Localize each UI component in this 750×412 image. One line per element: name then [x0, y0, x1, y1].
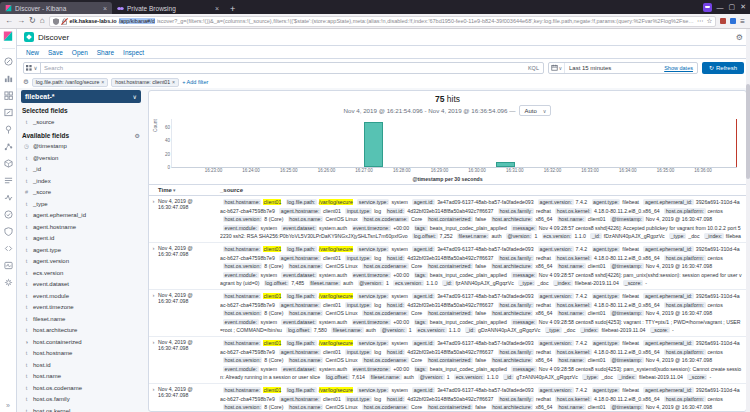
field-item[interactable]: t_type [21, 198, 141, 210]
window-maximize-button[interactable]: ▢ [729, 3, 736, 11]
nav-discover-icon[interactable] [3, 56, 13, 66]
tab-close-icon[interactable]: × [103, 5, 107, 12]
histogram-bar[interactable] [364, 122, 383, 167]
nav-uptime-icon[interactable] [3, 209, 13, 219]
field-name: agent.type [33, 247, 61, 253]
browser-menu-icon[interactable]: ≡ [740, 17, 745, 26]
doc-field-key: log.file.path: [286, 293, 317, 299]
histogram-bar[interactable] [496, 162, 515, 167]
tab-kibana[interactable]: Discover - Kibana × [0, 2, 112, 14]
nav-visualize-icon[interactable] [3, 73, 13, 83]
remove-filter-icon[interactable]: × [101, 79, 104, 85]
index-pattern-selector[interactable]: filebeat-* ∨ [21, 90, 141, 103]
field-item[interactable]: t_index [21, 175, 141, 187]
filter-pill[interactable]: host.hostname: client01× [111, 78, 179, 87]
nav-dev-tools-icon[interactable] [3, 243, 13, 253]
nav-dashboard-icon[interactable] [3, 90, 13, 100]
field-item[interactable]: tevent.dataset [21, 279, 141, 291]
nav-machine-learning-icon[interactable] [3, 141, 13, 151]
scrollbar-thumb[interactable] [746, 84, 750, 179]
page-actions-icon[interactable]: ⋯ [697, 17, 704, 25]
extension-icon[interactable] [720, 18, 726, 24]
field-item[interactable]: tagent.type [21, 244, 141, 256]
histogram-chart[interactable]: Count 020406016:23:0016:24:0016:25:0016:… [155, 118, 740, 182]
page-scrollbar[interactable] [746, 29, 750, 412]
field-item[interactable]: thost.os.family [21, 394, 141, 406]
expand-row-icon[interactable]: › [149, 198, 158, 241]
field-item[interactable]: tfileset.name [21, 313, 141, 325]
add-filter-link[interactable]: + Add filter [182, 79, 208, 85]
interval-select[interactable]: Auto ∨ [519, 105, 551, 116]
nav-logs-icon[interactable] [3, 175, 13, 185]
home-icon[interactable]: ⌂ [40, 17, 45, 25]
field-item[interactable]: tevent.module [21, 290, 141, 302]
window-close-button[interactable]: ✕ [740, 3, 746, 11]
field-item[interactable]: tagent.id [21, 233, 141, 245]
field-item[interactable]: ◷@timestamp [21, 141, 141, 153]
saved-query-menu-button[interactable]: ∨ [24, 63, 41, 73]
field-item[interactable]: t_id [21, 164, 141, 176]
kql-label[interactable]: KQL [528, 65, 543, 71]
back-icon[interactable]: ← [5, 17, 13, 25]
field-item[interactable]: ◑host.containerized [21, 336, 141, 348]
bookmark-star-icon[interactable]: ☆ [707, 17, 713, 25]
tab-private[interactable]: Private Browsing × [112, 2, 224, 14]
field-item[interactable]: t_source [21, 116, 141, 128]
expand-row-icon[interactable]: › [149, 292, 158, 335]
field-item[interactable]: thost.id [21, 359, 141, 371]
doc-field-value: CentOS Linux [325, 310, 357, 316]
search-input[interactable] [41, 65, 528, 71]
insecure-lock-icon[interactable] [61, 18, 68, 25]
nav-canvas-icon[interactable] [3, 107, 13, 117]
menu-share[interactable]: Share [97, 49, 114, 56]
time-column-header[interactable]: Time [158, 187, 220, 193]
time-range-value[interactable]: Last 15 minutes [565, 65, 611, 71]
url-bar[interactable]: elk.hakase-labs.io/app/kibana#/discover?… [49, 16, 717, 27]
filter-pill[interactable]: log.file.path: /var/log/secure× [32, 78, 108, 87]
nav-stack-monitoring-icon[interactable] [3, 260, 13, 270]
expand-row-icon[interactable]: › [149, 245, 158, 288]
menu-inspect[interactable]: Inspect [123, 49, 144, 56]
window-minimize-button[interactable]: — [717, 4, 724, 11]
menu-open[interactable]: Open [72, 49, 88, 56]
field-settings-gear-icon[interactable]: ⚙ [135, 132, 140, 139]
field-item[interactable]: tagent.version [21, 256, 141, 268]
reload-icon[interactable]: ↻ [29, 17, 36, 25]
field-item[interactable]: #_score [21, 187, 141, 199]
doc-field-value: Nov 4, 2019 @ 16:30:47.098 [646, 357, 712, 363]
help-gear-icon[interactable]: ⚙ [736, 33, 743, 42]
doc-field-key: service.type: [357, 293, 389, 299]
nav-management-icon[interactable] [3, 277, 13, 287]
nav-apm-icon[interactable] [3, 192, 13, 202]
new-tab-button[interactable]: + [224, 4, 241, 14]
doc-field-value: redhat [536, 349, 551, 355]
forward-icon[interactable]: → [17, 17, 25, 25]
field-item[interactable]: tagent.hostname [21, 221, 141, 233]
expand-row-icon[interactable]: › [149, 339, 158, 382]
tab-close-icon[interactable]: × [215, 5, 219, 12]
field-item[interactable]: thost.architecture [21, 325, 141, 337]
time-picker[interactable]: ∨ Last 15 minutes Show dates [548, 62, 698, 74]
field-item[interactable]: tecs.version [21, 267, 141, 279]
field-item[interactable]: t@version [21, 152, 141, 164]
expand-row-icon[interactable]: › [149, 386, 158, 412]
menu-new[interactable]: New [26, 49, 39, 56]
tab-title: Discover - Kibana [15, 5, 66, 12]
nav-infrastructure-icon[interactable] [3, 158, 13, 168]
nav-siem-icon[interactable] [3, 226, 13, 236]
shield-icon[interactable] [53, 18, 59, 25]
field-item[interactable]: tagent.ephemeral_id [21, 210, 141, 222]
filter-settings-gear-icon[interactable]: ⚙ [23, 78, 29, 86]
remove-filter-icon[interactable]: × [172, 79, 175, 85]
field-item[interactable]: tevent.timezone [21, 302, 141, 314]
field-item[interactable]: thost.name [21, 371, 141, 383]
refresh-button[interactable]: ↻ Refresh [702, 62, 744, 74]
field-item[interactable]: thost.os.codename [21, 382, 141, 394]
nav-maps-icon[interactable] [3, 124, 13, 134]
dock-navigation-icon[interactable]: » [6, 402, 10, 409]
field-item[interactable]: thost.hostname [21, 348, 141, 360]
show-dates-link[interactable]: Show dates [664, 65, 697, 71]
field-item[interactable]: thost.os.kernel [21, 405, 141, 412]
extension-icon[interactable] [730, 18, 736, 24]
menu-save[interactable]: Save [48, 49, 63, 56]
